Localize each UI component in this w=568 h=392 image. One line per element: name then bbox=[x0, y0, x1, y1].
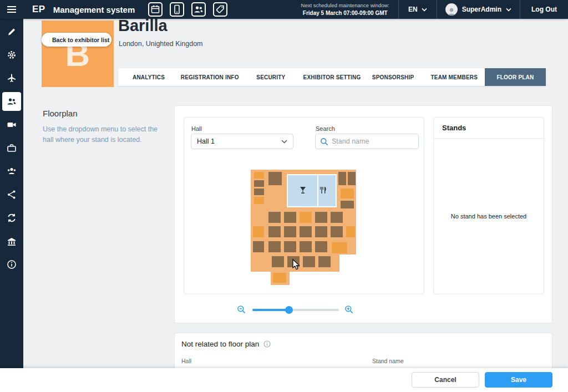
phone-icon bbox=[172, 4, 182, 14]
maintenance-line1: Next scheduled maintenance window: bbox=[301, 2, 389, 9]
venue-icon bbox=[7, 236, 17, 246]
floorplan-card: Hall Hall 1 Search bbox=[174, 105, 552, 323]
hall-dropdown[interactable]: Hall 1 bbox=[191, 134, 293, 149]
sidebar-item-settings[interactable] bbox=[2, 45, 21, 64]
avatar bbox=[445, 3, 458, 16]
tab-analytics[interactable]: ANALYTICS bbox=[118, 68, 179, 86]
chevron-down-icon bbox=[281, 140, 287, 144]
zoom-slider-fill bbox=[252, 309, 289, 311]
exhibitor-location: London, Unighted Kingdom bbox=[119, 40, 203, 48]
sidebar-item-info[interactable] bbox=[2, 255, 21, 274]
app-logo: EP bbox=[32, 4, 45, 15]
search-label: Search bbox=[316, 125, 335, 132]
save-button[interactable]: Save bbox=[485, 372, 552, 388]
app-title: Management system bbox=[53, 5, 135, 14]
map-panel: Hall Hall 1 Search bbox=[184, 117, 424, 294]
sidebar-item-attendees[interactable] bbox=[2, 162, 21, 181]
tags-button[interactable] bbox=[213, 2, 227, 17]
app-root: EP Management system bbox=[0, 0, 568, 392]
sidebar-item-jobs[interactable] bbox=[2, 139, 21, 157]
hamburger-icon bbox=[7, 6, 17, 13]
sidebar-item-exhibitors[interactable] bbox=[2, 92, 21, 111]
back-to-exhibitor-list-button[interactable]: Back to exhibitor list bbox=[42, 33, 111, 47]
cancel-button[interactable]: Cancel bbox=[412, 372, 479, 388]
not-related-title: Not related to floor plan bbox=[181, 340, 259, 348]
stands-panel-title: Stands bbox=[434, 118, 544, 139]
topbar-right: Next scheduled maintenance window: Frida… bbox=[292, 0, 568, 19]
zoom-out-icon[interactable] bbox=[237, 305, 246, 314]
info-icon[interactable] bbox=[263, 340, 271, 348]
maintenance-notice: Next scheduled maintenance window: Frida… bbox=[292, 2, 398, 17]
user-icon bbox=[447, 7, 457, 16]
stands-empty-message: No stand has been selected bbox=[434, 139, 544, 294]
people-icon bbox=[194, 4, 204, 14]
sidebar-item-travel[interactable] bbox=[2, 69, 21, 88]
floorplan-heading: Floorplan bbox=[43, 109, 78, 118]
airplane-icon bbox=[7, 73, 17, 83]
hamburger-menu-button[interactable] bbox=[0, 6, 23, 13]
share-icon bbox=[7, 190, 17, 200]
exhibitors-icon bbox=[7, 96, 17, 106]
logout-button[interactable]: Log Out bbox=[520, 6, 568, 13]
not-related-stand-column: Stand name bbox=[372, 358, 404, 364]
stands-panel: Stands No stand has been selected bbox=[433, 117, 544, 294]
mobile-app-button[interactable] bbox=[170, 2, 184, 17]
tab-security[interactable]: SECURITY bbox=[240, 68, 301, 86]
back-button-label: Back to exhibitor list bbox=[52, 37, 109, 43]
sidebar-item-media[interactable] bbox=[2, 115, 21, 134]
gear-icon bbox=[7, 50, 17, 60]
floor-plan-map[interactable] bbox=[250, 169, 358, 286]
calendar-icon bbox=[150, 4, 160, 14]
maintenance-line2: Friday 5 March 07:00-09:00 GMT bbox=[301, 9, 389, 17]
tab-team-members[interactable]: TEAM MEMBERS bbox=[424, 68, 485, 86]
info-icon bbox=[7, 259, 17, 269]
users-button[interactable] bbox=[191, 2, 206, 17]
stand-search bbox=[315, 134, 419, 149]
hall-dropdown-value: Hall 1 bbox=[197, 138, 215, 145]
tag-icon bbox=[215, 4, 225, 14]
tab-sponsorship[interactable]: SPONSORSHIP bbox=[363, 68, 424, 86]
chevron-down-icon bbox=[422, 8, 427, 12]
topbar: EP Management system bbox=[0, 0, 568, 19]
zoom-in-icon[interactable] bbox=[344, 305, 353, 314]
hall-label: Hall bbox=[191, 125, 202, 132]
zoom-slider-handle[interactable] bbox=[285, 306, 293, 314]
user-menu[interactable]: SuperAdmin bbox=[437, 3, 520, 16]
tab-registration-info[interactable]: REGISTRATION INFO bbox=[179, 68, 240, 86]
action-footer: Cancel Save bbox=[0, 368, 568, 392]
sync-icon bbox=[7, 213, 17, 223]
pencil-icon bbox=[7, 27, 17, 37]
tab-floor-plan[interactable]: FLOOR PLAN bbox=[485, 68, 546, 86]
exhibitor-name: Barilla bbox=[118, 17, 168, 35]
events-button[interactable] bbox=[148, 2, 163, 17]
search-icon bbox=[320, 138, 328, 146]
briefcase-icon bbox=[7, 143, 17, 153]
chevron-down-icon bbox=[506, 8, 511, 12]
group-icon bbox=[7, 166, 17, 176]
username-label: SuperAdmin bbox=[462, 6, 501, 13]
topbar-quick-actions bbox=[148, 2, 227, 17]
sidebar bbox=[0, 19, 23, 368]
amenity-zone[interactable] bbox=[287, 175, 336, 207]
camera-icon bbox=[7, 120, 17, 130]
sidebar-item-share[interactable] bbox=[2, 185, 21, 204]
sidebar-item-sync[interactable] bbox=[2, 208, 21, 227]
floorplan-description: Use the dropdown menu to select the hall… bbox=[43, 124, 160, 145]
stand-search-input[interactable] bbox=[332, 138, 414, 145]
sidebar-item-venue[interactable] bbox=[2, 232, 21, 251]
language-label: EN bbox=[408, 6, 418, 13]
zoom-slider[interactable] bbox=[252, 309, 339, 311]
not-related-hall-column: Hall bbox=[181, 358, 191, 364]
tab-exhibitor-setting[interactable]: EXHIBITOR SETTING bbox=[301, 68, 362, 86]
sidebar-item-edit[interactable] bbox=[2, 22, 21, 41]
tabbar: ANALYTICS REGISTRATION INFO SECURITY EXH… bbox=[118, 68, 546, 86]
exhibitor-avatar: B bbox=[42, 21, 114, 87]
language-selector[interactable]: EN bbox=[399, 6, 437, 13]
